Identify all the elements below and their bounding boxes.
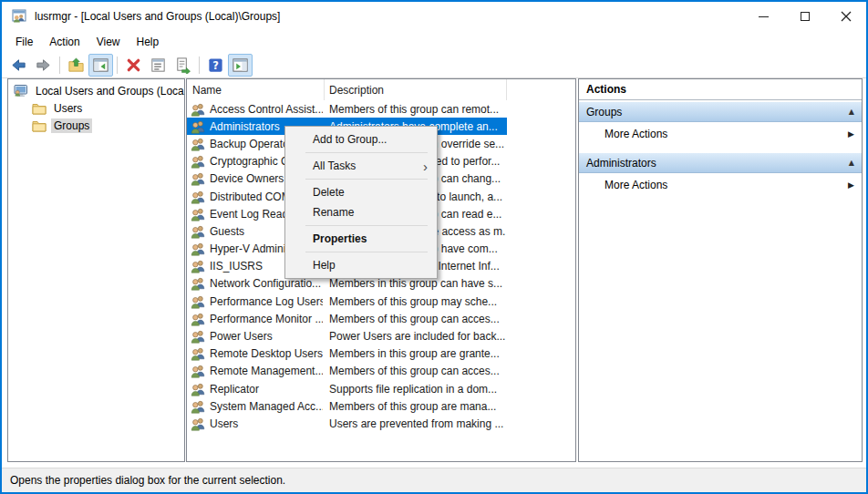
menu-file[interactable]: File: [7, 36, 41, 48]
collapse-caret-icon[interactable]: ▲: [849, 108, 854, 116]
group-icon: [191, 417, 205, 431]
menu-view[interactable]: View: [88, 36, 129, 48]
help-button[interactable]: ?: [203, 54, 228, 77]
close-button[interactable]: [825, 2, 866, 31]
export-list-button[interactable]: [170, 54, 195, 77]
up-folder-icon: [67, 57, 85, 74]
group-icon: [191, 137, 205, 151]
group-name: Performance Log Users: [210, 295, 323, 308]
console-tree-pane: Local Users and Groups (Local) Users Gro…: [7, 78, 185, 462]
console-tree-icon: [92, 57, 109, 74]
list-header: Name Description: [187, 79, 575, 100]
group-icon: [191, 382, 205, 396]
more-actions-label: More Actions: [604, 128, 667, 140]
group-row[interactable]: System Managed Acc...Members of this gro…: [187, 397, 507, 415]
back-button[interactable]: [6, 54, 31, 77]
menu-separator: [305, 152, 428, 153]
delete-x-icon: [125, 57, 142, 74]
context-menu-item-delete[interactable]: Delete: [285, 182, 437, 202]
show-action-pane-button[interactable]: [228, 54, 253, 77]
group-description: Members of this group are mana...: [329, 400, 505, 413]
group-row[interactable]: Access Control Assist...Members of this …: [187, 100, 507, 118]
actions-section-header-groups[interactable]: Groups ▲: [579, 102, 862, 122]
group-icon: [191, 242, 205, 256]
menu-item-label: Add to Group...: [313, 133, 387, 146]
group-icon: [191, 102, 205, 117]
actions-section-administrators: Administrators ▲ More Actions ▶: [579, 153, 862, 197]
group-row[interactable]: Remote Management...Members of this grou…: [187, 363, 507, 380]
group-icon: [191, 154, 205, 169]
tree-item-users[interactable]: Users: [8, 99, 184, 117]
context-menu-item-all-tasks[interactable]: All Tasks›: [285, 156, 437, 176]
tree-item-label: Local Users and Groups (Local): [33, 84, 185, 98]
titlebar: lusrmgr - [Local Users and Groups (Local…: [2, 2, 866, 31]
group-icon: [191, 119, 205, 134]
forward-button[interactable]: [31, 54, 56, 77]
menu-item-label: Help: [313, 259, 336, 272]
group-row[interactable]: Performance Monitor ...Members of this g…: [187, 310, 507, 327]
section-header-label: Administrators: [586, 157, 656, 170]
menu-item-label: All Tasks: [313, 160, 356, 172]
menu-separator: [305, 252, 428, 252]
delete-button[interactable]: [121, 54, 146, 77]
maximize-button[interactable]: [784, 2, 825, 31]
minimize-button[interactable]: [743, 2, 784, 31]
computer-users-icon: [14, 84, 28, 98]
more-actions-groups[interactable]: More Actions ▶: [579, 122, 862, 146]
tree-item-groups[interactable]: Groups: [8, 117, 184, 134]
more-actions-administrators[interactable]: More Actions ▶: [579, 173, 862, 197]
group-description: Members of this group can remot...: [329, 103, 505, 116]
up-one-level-button[interactable]: [64, 54, 88, 77]
context-menu: Add to Group...All Tasks›DeleteRenamePro…: [284, 126, 438, 279]
toolbar-separator: [199, 57, 200, 74]
menu-help[interactable]: Help: [129, 36, 168, 48]
submenu-arrow-icon: ▶: [848, 180, 854, 190]
column-header-name[interactable]: Name: [187, 79, 325, 100]
group-row[interactable]: ReplicatorSupports file replication in a…: [187, 380, 507, 397]
actions-section-header-administrators[interactable]: Administrators ▲: [579, 153, 862, 173]
local-users-and-groups-icon: [11, 8, 27, 25]
group-icon: [191, 329, 205, 344]
group-description: Supports file replication in a dom...: [329, 383, 505, 396]
collapse-caret-icon[interactable]: ▲: [849, 159, 854, 167]
forward-arrow-icon: [35, 57, 52, 74]
svg-text:?: ?: [212, 59, 219, 72]
group-description: Members in this group can have s...: [329, 277, 505, 290]
group-icon: [191, 312, 205, 326]
action-pane-icon: [232, 57, 249, 74]
group-name: System Managed Acc...: [210, 400, 323, 413]
menu-item-label: Rename: [313, 206, 354, 219]
folder-icon: [32, 101, 46, 116]
back-arrow-icon: [10, 57, 27, 74]
context-menu-item-help[interactable]: Help: [285, 255, 437, 275]
tree-item-root[interactable]: Local Users and Groups (Local): [8, 82, 184, 99]
actions-pane: Actions Groups ▲ More Actions ▶ Administ…: [578, 78, 863, 462]
group-icon: [191, 399, 205, 414]
section-header-label: Groups: [586, 106, 622, 118]
group-name: Remote Desktop Users: [210, 347, 323, 360]
group-name: Network Configuratio...: [210, 277, 323, 290]
properties-button[interactable]: [146, 54, 170, 77]
menu-item-label: Delete: [313, 186, 345, 199]
show-console-tree-button[interactable]: [88, 54, 113, 77]
tree-item-label: Groups: [51, 118, 92, 133]
group-row[interactable]: Remote Desktop UsersMembers in this grou…: [187, 345, 507, 363]
menu-action[interactable]: Action: [41, 36, 88, 48]
group-row[interactable]: Power UsersPower Users are included for …: [187, 327, 507, 345]
group-icon: [191, 294, 205, 309]
group-name: Access Control Assist...: [210, 103, 323, 116]
group-row[interactable]: UsersUsers are prevented from making ...: [187, 415, 507, 432]
window-controls: [743, 2, 866, 31]
group-icon: [191, 207, 205, 221]
group-description: Users are prevented from making ...: [329, 417, 505, 430]
context-menu-item-properties[interactable]: Properties: [285, 229, 437, 249]
group-icon: [191, 190, 205, 204]
column-header-description[interactable]: Description: [325, 79, 507, 100]
context-menu-item-rename[interactable]: Rename: [285, 202, 437, 222]
submenu-chevron-icon: ›: [423, 160, 428, 173]
context-menu-item-add-to-group[interactable]: Add to Group...: [285, 129, 437, 149]
tree-item-label: Users: [51, 101, 85, 116]
toolbar-separator: [59, 57, 60, 74]
group-icon: [191, 346, 205, 361]
group-row[interactable]: Performance Log UsersMembers of this gro…: [187, 293, 507, 310]
